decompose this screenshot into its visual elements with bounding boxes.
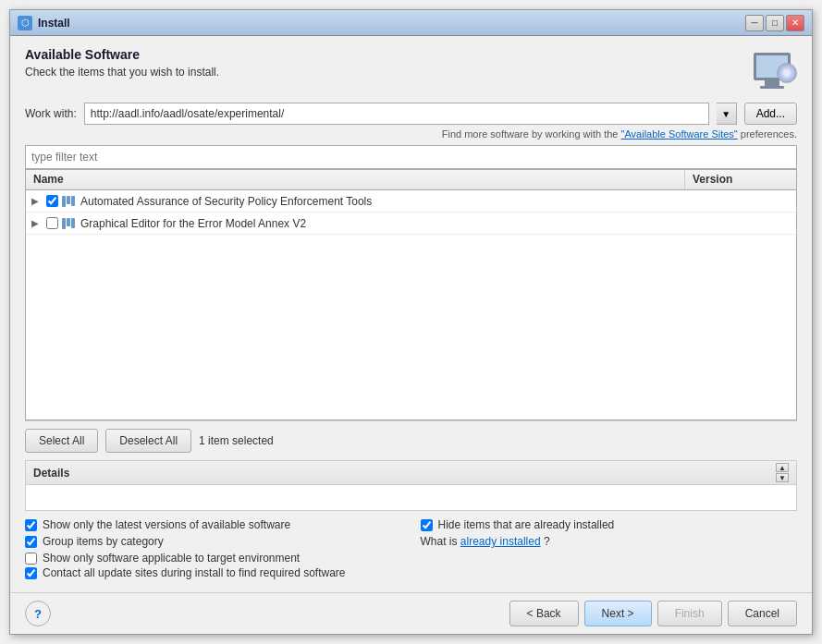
- work-with-dropdown[interactable]: ▼: [717, 103, 737, 125]
- show-latest-label: Show only the latest versions of availab…: [43, 518, 290, 531]
- next-button[interactable]: Next >: [584, 601, 652, 626]
- close-button[interactable]: ✕: [786, 15, 804, 31]
- work-with-label: Work with:: [25, 107, 77, 120]
- show-applicable-option: Show only software applicable to target …: [25, 552, 797, 565]
- row-checkbox-1[interactable]: [46, 195, 58, 207]
- options-section: Show only the latest versions of availab…: [25, 518, 797, 581]
- row-expander-2[interactable]: ▶: [28, 218, 43, 228]
- monitor-icon: [754, 53, 791, 89]
- header-icon: [746, 47, 797, 93]
- selection-info: 1 item selected: [199, 434, 274, 447]
- group-by-category-checkbox[interactable]: [25, 536, 37, 548]
- monitor-screen: [754, 53, 791, 80]
- header-section: Available Software Check the items that …: [25, 47, 797, 93]
- row-expander[interactable]: ▶: [28, 196, 43, 206]
- window-icon: ⬡: [18, 16, 32, 30]
- maximize-button[interactable]: □: [766, 15, 784, 31]
- scroll-up-button[interactable]: ▲: [776, 463, 789, 472]
- finish-button[interactable]: Finish: [657, 601, 722, 626]
- hide-installed-option: Hide items that are already installed: [421, 518, 798, 531]
- content-area: Available Software Check the items that …: [10, 36, 812, 592]
- details-section: Details ▲ ▼: [25, 460, 797, 511]
- minimize-button[interactable]: ─: [745, 15, 764, 31]
- find-more-text: Find more software by working with the: [442, 128, 621, 140]
- work-with-input[interactable]: [84, 103, 709, 125]
- page-title: Available Software: [25, 47, 219, 62]
- filter-input[interactable]: [26, 146, 796, 168]
- show-applicable-checkbox[interactable]: [25, 553, 37, 565]
- row-name-2: Graphical Editor for the Error Model Ann…: [80, 217, 683, 230]
- show-latest-option: Show only the latest versions of availab…: [25, 518, 402, 531]
- group-by-category-option: Group items by category: [25, 535, 402, 548]
- show-latest-checkbox[interactable]: [25, 519, 37, 531]
- package-icon-2: [62, 218, 75, 229]
- window-title: Install: [38, 17, 745, 30]
- add-button[interactable]: Add...: [744, 103, 797, 125]
- contact-update-sites-label: Contact all update sites during install …: [43, 566, 346, 579]
- cancel-button[interactable]: Cancel: [728, 601, 797, 626]
- row-name-1: Automated Assurance of Security Policy E…: [80, 195, 683, 208]
- row-checkbox-2[interactable]: [46, 217, 58, 229]
- group-by-category-label: Group items by category: [43, 535, 164, 548]
- package-icon: [62, 196, 75, 207]
- what-is-installed-suffix: ?: [544, 535, 550, 548]
- cd-disc: [777, 63, 797, 83]
- details-scroll-buttons: ▲ ▼: [776, 463, 789, 482]
- hide-installed-checkbox[interactable]: [421, 519, 433, 531]
- details-title: Details: [33, 467, 69, 480]
- deselect-all-button[interactable]: Deselect All: [105, 429, 191, 453]
- back-button[interactable]: < Back: [509, 601, 579, 626]
- already-installed-link[interactable]: already installed: [460, 535, 541, 548]
- title-bar-controls: ─ □ ✕: [745, 15, 804, 31]
- details-body: [26, 485, 796, 510]
- details-header: Details ▲ ▼: [26, 461, 796, 485]
- name-column-header: Name: [26, 170, 685, 189]
- select-all-button[interactable]: Select All: [25, 429, 98, 453]
- table-header: Name Version: [26, 170, 796, 190]
- available-software-sites-link[interactable]: "Available Software Sites": [621, 128, 738, 140]
- contact-update-sites-checkbox[interactable]: [25, 567, 37, 579]
- hide-installed-label: Hide items that are already installed: [438, 518, 615, 531]
- table-row: ▶ Automated Assurance of Security Policy…: [26, 190, 796, 213]
- install-window: ⬡ Install ─ □ ✕ Available Software Check…: [9, 9, 813, 635]
- show-applicable-label: Show only software applicable to target …: [43, 552, 300, 565]
- title-bar: ⬡ Install ─ □ ✕: [10, 10, 812, 36]
- help-button[interactable]: ?: [25, 601, 51, 626]
- monitor-stand: [765, 80, 779, 86]
- table-row: ▶ Graphical Editor for the Error Model A…: [26, 213, 796, 235]
- version-column-header: Version: [685, 170, 796, 189]
- contact-update-sites-option: Contact all update sites during install …: [25, 566, 797, 579]
- table-body: ▶ Automated Assurance of Security Policy…: [26, 190, 796, 419]
- what-is-installed: What is already installed ?: [421, 535, 798, 548]
- scroll-down-button[interactable]: ▼: [776, 473, 789, 482]
- monitor-base: [760, 86, 784, 89]
- page-subtitle: Check the items that you wish to install…: [25, 66, 219, 79]
- footer-buttons: < Back Next > Finish Cancel: [509, 601, 797, 626]
- find-more-row: Find more software by working with the "…: [25, 128, 797, 140]
- what-is-installed-text: What is: [421, 535, 460, 548]
- work-with-row: Work with: ▼ Add...: [25, 103, 797, 125]
- header-text: Available Software Check the items that …: [25, 47, 219, 79]
- bottom-controls: Select All Deselect All 1 item selected: [25, 420, 797, 460]
- find-more-suffix: preferences.: [741, 128, 797, 140]
- options-grid: Show only the latest versions of availab…: [25, 518, 797, 548]
- software-table: Name Version ▶ Automated Assurance of Se…: [25, 169, 797, 420]
- filter-container: [25, 145, 797, 169]
- footer: ? < Back Next > Finish Cancel: [10, 592, 812, 634]
